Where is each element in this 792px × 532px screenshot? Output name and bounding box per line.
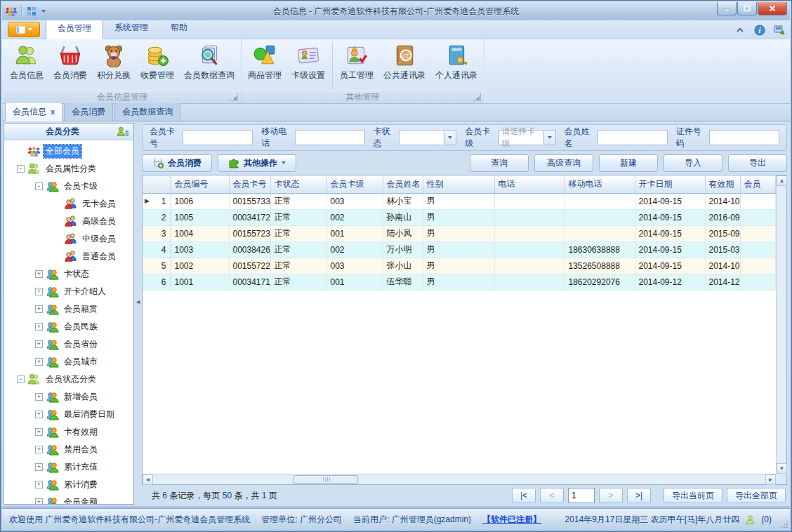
- mobile-input[interactable]: [295, 130, 365, 145]
- ribbon-button[interactable]: 个人通讯录: [430, 41, 482, 90]
- table-cell[interactable]: 13526508888: [565, 258, 635, 274]
- table-cell[interactable]: 2015-09-30: [705, 225, 740, 241]
- toolbar-button[interactable]: 导出: [728, 154, 787, 172]
- table-cell[interactable]: 2014-09-15: [635, 258, 705, 274]
- tree-node[interactable]: + 累计消费: [4, 476, 133, 493]
- license-link[interactable]: 【软件已注册】: [482, 514, 541, 526]
- ribbon-button[interactable]: 会员数据查询: [179, 41, 239, 90]
- vertical-scrollbar[interactable]: ▲ ▼: [776, 175, 786, 474]
- ribbon-button[interactable]: 会员信息: [5, 41, 48, 90]
- id-number-input[interactable]: [709, 130, 779, 145]
- table-cell[interactable]: 陆小凤: [383, 225, 423, 241]
- export-all-pages-button[interactable]: 导出全部页: [727, 488, 786, 503]
- dropdown-button[interactable]: [543, 131, 555, 145]
- tree-expander-icon[interactable]: +: [35, 481, 43, 488]
- table-cell[interactable]: 正常: [270, 241, 326, 258]
- column-header[interactable]: 移动电话: [565, 175, 635, 193]
- scroll-left-icon[interactable]: ◄: [143, 474, 153, 485]
- tree-node[interactable]: + 累计充值: [4, 458, 133, 476]
- table-cell[interactable]: [494, 193, 565, 209]
- column-header[interactable]: 有效期: [705, 175, 740, 193]
- document-tab[interactable]: 会员数据查询: [114, 102, 180, 121]
- tree-node[interactable]: + 开卡介绍人: [4, 283, 133, 300]
- tree-node[interactable]: 普通会员: [4, 248, 133, 265]
- tree-node[interactable]: + 会员籍贯: [4, 300, 133, 318]
- table-cell[interactable]: 002: [326, 209, 383, 225]
- table-cell[interactable]: [494, 241, 565, 258]
- table-cell[interactable]: [740, 209, 775, 225]
- table-cell[interactable]: 001: [326, 274, 383, 290]
- next-page-button[interactable]: >: [599, 488, 623, 503]
- card-level-select[interactable]: 请选择卡级: [499, 130, 556, 145]
- tree-node[interactable]: - 会员状态分类: [4, 371, 133, 388]
- toolbar-button[interactable]: 高级查询: [534, 154, 593, 172]
- page-input[interactable]: [568, 488, 595, 503]
- table-cell[interactable]: 2016-09-15: [705, 209, 740, 225]
- member-name-input[interactable]: [598, 130, 668, 145]
- tree-expander-icon[interactable]: +: [35, 340, 43, 348]
- tree-node[interactable]: - 会员卡级: [4, 178, 133, 195]
- ribbon-button[interactable]: 商品管理: [243, 41, 286, 90]
- ribbon-button[interactable]: 卡级设置: [286, 41, 333, 90]
- tree-node[interactable]: + 会员城市: [4, 353, 133, 371]
- ribbon-tab[interactable]: 会员管理: [46, 18, 103, 39]
- tree-expander-icon[interactable]: +: [35, 446, 43, 453]
- scroll-up-icon[interactable]: ▲: [777, 175, 787, 186]
- table-cell[interactable]: 1004: [171, 225, 229, 241]
- column-header[interactable]: 会员编号: [171, 175, 229, 193]
- maximize-button[interactable]: [737, 2, 757, 15]
- table-cell[interactable]: 万小明: [383, 241, 423, 258]
- chevron-down-icon[interactable]: [41, 10, 46, 13]
- dialog-launcher-icon[interactable]: [473, 93, 481, 101]
- toolbar-button[interactable]: 新建: [599, 154, 658, 172]
- category-manage-icon[interactable]: [117, 126, 129, 138]
- table-cell[interactable]: 男: [423, 193, 494, 209]
- table-row[interactable]: 2 10050003417269正常002孙南山男2014-09-152016-…: [143, 209, 776, 225]
- table-cell[interactable]: 0003842687: [229, 241, 270, 258]
- ribbon-button[interactable]: 积分兑换: [92, 41, 136, 90]
- table-cell[interactable]: 孙南山: [383, 209, 423, 225]
- table-cell[interactable]: [565, 193, 635, 209]
- tree-expander-icon[interactable]: +: [35, 411, 43, 418]
- collapse-panel-icon[interactable]: ◄: [135, 298, 141, 305]
- tree-node[interactable]: + 会员余额: [4, 493, 133, 504]
- tree-expander-icon[interactable]: +: [35, 288, 43, 295]
- table-cell[interactable]: 男: [423, 241, 494, 258]
- member-consume-button[interactable]: 会员消费: [142, 154, 212, 172]
- table-row[interactable]: 1 10060015573352正常003林小宝男2014-09-152014-…: [143, 193, 776, 209]
- column-header[interactable]: 会员卡级: [326, 175, 383, 193]
- tree-expander-icon[interactable]: +: [35, 428, 43, 436]
- table-cell[interactable]: [494, 225, 565, 241]
- ribbon-tab[interactable]: 帮助: [159, 18, 199, 39]
- column-header[interactable]: 会员: [740, 175, 775, 193]
- layout-grid-icon[interactable]: [25, 6, 38, 17]
- vertical-scroll-track[interactable]: [777, 186, 786, 463]
- tree-node[interactable]: + 卡有效期: [4, 423, 133, 441]
- table-cell[interactable]: 正常: [270, 193, 326, 209]
- scroll-thumb[interactable]: [293, 475, 358, 484]
- tree-node[interactable]: 高级会员: [4, 213, 133, 230]
- table-row[interactable]: 4 10030003842687正常002万小明男186306388882014…: [143, 241, 776, 258]
- first-page-button[interactable]: |<: [512, 488, 536, 503]
- tree-node[interactable]: + 卡状态: [4, 265, 133, 283]
- column-header[interactable]: 会员卡号: [229, 175, 270, 193]
- column-header[interactable]: 电话: [494, 175, 565, 193]
- toolbar-button[interactable]: 查询: [470, 154, 529, 172]
- table-cell[interactable]: 2014-09-15: [635, 209, 705, 225]
- ribbon-button[interactable]: 会员消费: [48, 41, 92, 90]
- table-cell[interactable]: 正常: [270, 258, 326, 274]
- tree-node[interactable]: + 会员省份: [4, 335, 133, 353]
- table-cell[interactable]: 1006: [171, 193, 229, 209]
- column-header[interactable]: 性别: [423, 175, 494, 193]
- table-cell[interactable]: 正常: [270, 225, 326, 241]
- table-cell[interactable]: [740, 241, 775, 258]
- tree-node[interactable]: + 禁用会员: [4, 441, 133, 458]
- table-cell[interactable]: [740, 225, 775, 241]
- tree-node[interactable]: + 最后消费日期: [4, 406, 133, 423]
- dialog-launcher-icon[interactable]: [230, 93, 238, 101]
- app-menu-button[interactable]: [8, 22, 40, 37]
- collapse-ribbon-icon[interactable]: [734, 25, 746, 36]
- horizontal-scroll-track[interactable]: [153, 474, 765, 484]
- table-cell[interactable]: 1001: [171, 274, 229, 290]
- horizontal-scrollbar[interactable]: ◄ ►: [143, 474, 776, 484]
